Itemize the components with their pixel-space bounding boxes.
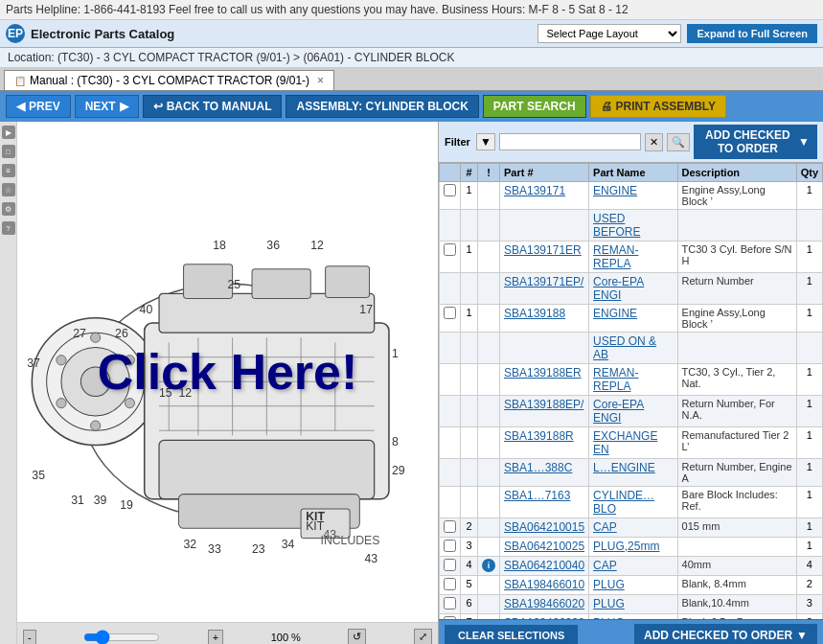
tab-close-button[interactable]: × bbox=[317, 74, 324, 87]
row-number: 1 bbox=[461, 182, 478, 210]
page-layout-select[interactable]: Select Page Layout bbox=[537, 24, 681, 43]
assembly-button[interactable]: ASSEMBLY: CYLINDER BLOCK bbox=[286, 95, 478, 118]
row-checkbox[interactable] bbox=[444, 243, 456, 256]
part-name-link[interactable]: L…ENGINE bbox=[593, 461, 655, 474]
row-checkbox[interactable] bbox=[444, 540, 456, 552]
row-number bbox=[461, 459, 478, 487]
zoom-reset-button[interactable]: ↺ bbox=[348, 629, 366, 644]
part-number-link[interactable]: SBA139171EP/ bbox=[504, 275, 583, 288]
svg-point-7 bbox=[125, 356, 134, 365]
row-checkbox-cell bbox=[440, 557, 461, 576]
zoom-out-button[interactable]: - bbox=[23, 630, 36, 645]
part-name-link[interactable]: EXCHANGE EN bbox=[593, 429, 657, 456]
table-row: SBA1…388CL…ENGINEReturn Number, Engine A… bbox=[440, 459, 823, 487]
app-icon-label: EP bbox=[8, 27, 23, 40]
row-part-name: ENGINE bbox=[589, 305, 677, 333]
part-name-link[interactable]: USED BEFORE bbox=[593, 212, 640, 239]
part-number-link[interactable]: SBA139188EP/ bbox=[504, 398, 583, 411]
zoom-fit-button[interactable]: ⤢ bbox=[414, 629, 432, 644]
part-name-link[interactable]: USED ON & AB bbox=[593, 334, 656, 361]
part-name-link[interactable]: ENGINE bbox=[593, 184, 637, 197]
diagram-svg: KIT KIT 43 INCLUDES 27 26 25 37 40 15 12… bbox=[17, 122, 438, 622]
part-search-button[interactable]: PART SEARCH bbox=[483, 95, 586, 118]
part-name-link[interactable]: CYLINDE…BLO bbox=[593, 489, 654, 516]
manual-tab[interactable]: 📋 Manual : (TC30) - 3 CYL COMPACT TRACTO… bbox=[4, 70, 334, 90]
row-number bbox=[461, 273, 478, 305]
row-qty: 1 bbox=[796, 182, 822, 210]
part-name-link[interactable]: REMAN-REPLA bbox=[593, 366, 638, 393]
row-info bbox=[478, 210, 500, 242]
part-name-link[interactable]: PLUG bbox=[593, 597, 625, 610]
next-button[interactable]: NEXT ▶ bbox=[75, 95, 139, 118]
filter-input[interactable] bbox=[499, 133, 641, 150]
svg-text:23: 23 bbox=[252, 542, 265, 556]
filter-clear-button[interactable]: ✕ bbox=[645, 133, 663, 151]
row-checkbox[interactable] bbox=[444, 578, 456, 590]
row-qty bbox=[796, 333, 822, 364]
filter-dropdown-icon[interactable]: ▼ bbox=[476, 133, 495, 150]
parts-table-container[interactable]: # ! Part # Part Name Description Qty 1SB… bbox=[439, 163, 823, 619]
row-checkbox-cell bbox=[440, 182, 461, 210]
clear-selections-button[interactable]: CLEAR SELECTIONS bbox=[445, 625, 578, 644]
side-icon-1[interactable]: ▶ bbox=[2, 126, 15, 139]
part-name-link[interactable]: Core-EPA ENGI bbox=[593, 398, 644, 425]
part-name-link[interactable]: CAP bbox=[593, 520, 617, 534]
part-name-link[interactable]: ENGINE bbox=[593, 307, 637, 320]
diagram-panel: KIT KIT 43 INCLUDES 27 26 25 37 40 15 12… bbox=[17, 122, 439, 644]
side-icon-3[interactable]: ≡ bbox=[2, 164, 15, 177]
svg-point-9 bbox=[91, 421, 101, 430]
part-name-link[interactable]: REMAN-REPLA bbox=[593, 243, 638, 270]
part-number-link[interactable]: SBA1…7163 bbox=[504, 489, 570, 502]
side-icon-6[interactable]: ? bbox=[2, 221, 15, 235]
part-number-link[interactable]: SBA198466020 bbox=[504, 597, 584, 610]
svg-text:25: 25 bbox=[228, 278, 241, 291]
part-name-link[interactable]: PLUG bbox=[593, 578, 625, 591]
print-button[interactable]: 🖨 PRINT ASSEMBLY bbox=[590, 95, 726, 118]
info-badge[interactable]: i bbox=[482, 559, 495, 572]
part-number-link[interactable]: SBA064210040 bbox=[504, 559, 584, 572]
part-number-link[interactable]: SBA139171 bbox=[504, 184, 565, 197]
add-to-order-bottom-button[interactable]: ADD CHECKED TO ORDER ▼ bbox=[634, 624, 817, 644]
part-number-link[interactable]: SBA139188ER bbox=[504, 366, 582, 380]
part-name-link[interactable]: PLUG,25mm bbox=[593, 540, 659, 553]
part-number-link[interactable]: SBA1…388C bbox=[504, 461, 572, 474]
part-number-link[interactable]: SBA198466010 bbox=[504, 578, 584, 591]
row-number: 4 bbox=[461, 557, 478, 576]
add-to-order-top-button[interactable]: ADD CHECKED TO ORDER ▼ bbox=[694, 125, 817, 159]
part-number-link[interactable]: SBA139171ER bbox=[504, 243, 582, 257]
header-row: EP Electronic Parts Catalog Select Page … bbox=[0, 20, 823, 48]
part-number-link[interactable]: SBA064210015 bbox=[504, 520, 584, 534]
row-part-name: REMAN-REPLA bbox=[589, 364, 677, 396]
filter-search-button[interactable]: 🔍 bbox=[667, 133, 690, 151]
expand-button[interactable]: Expand to Full Screen bbox=[687, 24, 817, 43]
part-name-link[interactable]: CAP bbox=[593, 559, 617, 572]
zoom-in-button[interactable]: + bbox=[208, 630, 223, 645]
row-checkbox-cell bbox=[440, 396, 461, 427]
side-icon-4[interactable]: ☆ bbox=[2, 183, 15, 196]
row-checkbox[interactable] bbox=[444, 559, 456, 571]
table-row: SBA139188ERREMAN-REPLATC30, 3 Cyl., Tier… bbox=[440, 364, 823, 396]
svg-text:36: 36 bbox=[266, 239, 280, 252]
prev-button[interactable]: ◀ PREV bbox=[6, 95, 71, 118]
side-icon-5[interactable]: ⚙ bbox=[2, 202, 15, 216]
svg-text:43: 43 bbox=[364, 552, 377, 565]
row-qty: 1 bbox=[796, 518, 822, 538]
row-info bbox=[478, 273, 500, 305]
table-row: USED BEFORE bbox=[440, 210, 823, 242]
row-part-name: PLUG bbox=[589, 576, 677, 595]
row-checkbox[interactable] bbox=[444, 520, 456, 533]
part-number-link[interactable]: SBA139188 bbox=[504, 307, 565, 320]
helpline-text: Parts Helpline: 1-866-441-8193 Feel free… bbox=[6, 3, 629, 16]
back-to-manual-button[interactable]: ↩ BACK TO MANUAL bbox=[143, 95, 283, 118]
row-part-number: SBA139188ER bbox=[500, 364, 589, 396]
side-icon-2[interactable]: □ bbox=[2, 145, 15, 158]
zoom-slider[interactable] bbox=[83, 630, 160, 645]
row-description bbox=[677, 210, 796, 242]
breadcrumb-text: Location: (TC30) - 3 CYL COMPACT TRACTOR… bbox=[8, 51, 454, 64]
row-checkbox[interactable] bbox=[444, 307, 456, 319]
part-name-link[interactable]: Core-EPA ENGI bbox=[593, 275, 644, 302]
part-number-link[interactable]: SBA064210025 bbox=[504, 540, 584, 553]
row-checkbox[interactable] bbox=[444, 184, 456, 196]
part-number-link[interactable]: SBA139188R bbox=[504, 429, 574, 443]
row-checkbox[interactable] bbox=[444, 597, 456, 610]
